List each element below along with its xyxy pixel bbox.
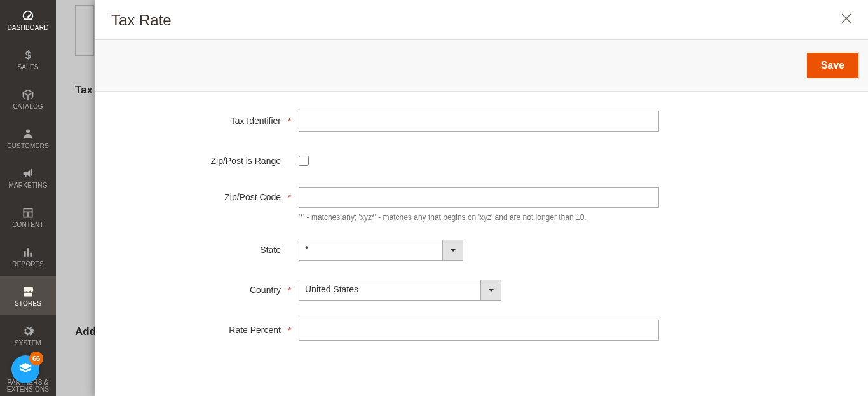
help-badge-count: 66 <box>29 352 43 365</box>
field-state: State * <box>111 240 852 261</box>
chevron-down-icon <box>480 280 501 301</box>
layout-icon <box>22 206 34 220</box>
admin-sidebar: DASHBOARD SALES CATALOG CUSTOMERS MARKET… <box>0 0 56 396</box>
field-label: Zip/Post is Range <box>111 151 299 166</box>
box-icon <box>22 88 34 102</box>
field-label: Zip/Post Code <box>111 187 299 202</box>
sidebar-item-label: DASHBOARD <box>4 24 51 31</box>
sidebar-item-label: CATALOG <box>10 103 46 110</box>
close-button[interactable] <box>839 11 854 27</box>
modal-header: Tax Rate <box>95 0 868 39</box>
field-rate-percent: Rate Percent <box>111 320 852 341</box>
sidebar-item-label: STORES <box>12 300 44 307</box>
megaphone-icon <box>22 167 34 181</box>
field-label: State <box>111 240 299 255</box>
field-label: Country <box>111 280 299 295</box>
sidebar-item-marketing[interactable]: MARKETING <box>0 158 56 197</box>
bars-icon <box>22 245 34 259</box>
zip-code-input[interactable] <box>299 187 659 208</box>
gauge-icon <box>21 9 35 23</box>
tax-rate-modal: Tax Rate Save Tax Identifier Zip/Post is… <box>95 0 868 396</box>
sidebar-item-catalog[interactable]: CATALOG <box>0 79 56 118</box>
chevron-down-icon <box>442 240 463 261</box>
country-select-value: United States <box>299 280 480 301</box>
sidebar-item-sales[interactable]: SALES <box>0 39 56 79</box>
sidebar-item-label: SYSTEM <box>12 339 44 346</box>
save-button[interactable]: Save <box>807 53 858 78</box>
sidebar-item-reports[interactable]: REPORTS <box>0 236 56 276</box>
sidebar-item-label: SALES <box>15 64 41 71</box>
sidebar-item-label: MARKETING <box>6 182 50 189</box>
field-label: Tax Identifier <box>111 111 299 126</box>
modal-title: Tax Rate <box>111 11 852 29</box>
sidebar-item-label: REPORTS <box>10 261 46 268</box>
gear-icon <box>22 324 34 338</box>
tax-rate-form: Tax Identifier Zip/Post is Range Zip/Pos… <box>95 92 868 379</box>
state-select-value: * <box>299 240 442 261</box>
zip-is-range-checkbox[interactable] <box>299 156 309 166</box>
sidebar-item-stores[interactable]: STORES <box>0 276 56 315</box>
rate-percent-input[interactable] <box>299 320 659 341</box>
sidebar-item-system[interactable]: SYSTEM <box>0 315 56 355</box>
sidebar-item-dashboard[interactable]: DASHBOARD <box>0 0 56 39</box>
field-label: Rate Percent <box>111 320 299 335</box>
modal-action-bar: Save <box>95 39 868 92</box>
field-zip-is-range: Zip/Post is Range <box>111 151 852 168</box>
field-zip-code: Zip/Post Code <box>111 187 852 208</box>
field-country: Country United States <box>111 280 852 301</box>
dollar-icon <box>22 48 34 62</box>
close-icon <box>840 12 853 27</box>
zip-code-note: '*' - matches any; 'xyz*' - matches any … <box>299 213 852 222</box>
person-icon <box>22 127 34 141</box>
country-select[interactable]: United States <box>299 280 501 301</box>
sidebar-item-customers[interactable]: CUSTOMERS <box>0 118 56 158</box>
field-tax-identifier: Tax Identifier <box>111 111 852 132</box>
sidebar-item-label: CONTENT <box>10 221 46 228</box>
tax-identifier-input[interactable] <box>299 111 659 132</box>
store-icon <box>22 285 34 299</box>
sidebar-item-label: CUSTOMERS <box>4 142 51 149</box>
help-badge[interactable]: 66 <box>11 355 39 383</box>
state-select[interactable]: * <box>299 240 463 261</box>
sidebar-item-content[interactable]: CONTENT <box>0 197 56 236</box>
